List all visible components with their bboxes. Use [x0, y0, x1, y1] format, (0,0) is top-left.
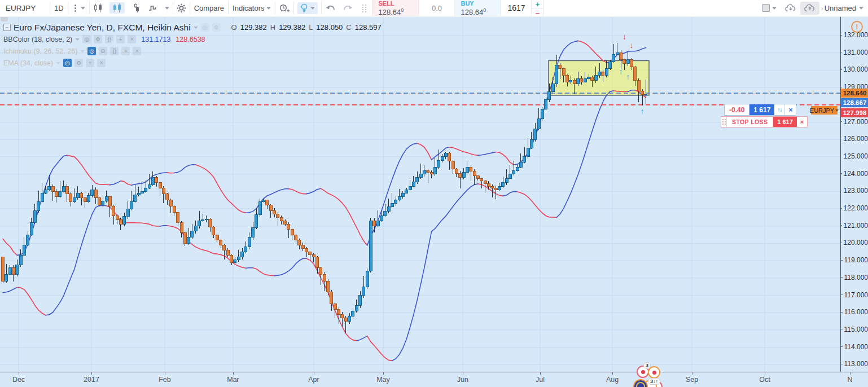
- quantity-increase-button[interactable]: +: [532, 0, 543, 9]
- quantity-stepper: + −: [532, 0, 543, 16]
- undo-button[interactable]: [322, 0, 339, 16]
- symbol-price-tag[interactable]: EURJPY: [811, 106, 838, 115]
- redo-button[interactable]: [339, 0, 357, 16]
- chart-style-line-button[interactable]: [144, 0, 161, 16]
- chevron-down-icon: [772, 7, 777, 10]
- time-axis[interactable]: Dec2017FebMarAprMayJunJulAugSepOctN: [0, 372, 868, 387]
- close-icon[interactable]: ×: [133, 47, 141, 55]
- price-label-chip: 128.667: [841, 98, 868, 107]
- candle: [394, 200, 397, 204]
- compare-button[interactable]: Compare: [190, 0, 228, 16]
- eye-icon[interactable]: ◎: [201, 23, 209, 32]
- candle: [319, 267, 322, 274]
- eye-icon[interactable]: ◎: [87, 47, 96, 55]
- position-widget: -0.40 1 617 ↑↓ ×: [724, 104, 796, 116]
- buy-signal-arrow-icon: ↑: [641, 107, 645, 116]
- gear-icon[interactable]: ⚙: [212, 23, 221, 32]
- chart-region: ↓↓↑↑↑ − Euro Fx/Japanese Yen, D, FXCM, H…: [0, 17, 868, 387]
- plus-icon[interactable]: +: [86, 59, 94, 67]
- indicator-name[interactable]: EMA (34, close): [3, 59, 53, 67]
- candle: [433, 167, 436, 174]
- ohlc-values: O129.382H129.382L128.050C128.597: [231, 23, 382, 32]
- stop-loss-quantity[interactable]: 1 617: [773, 117, 797, 127]
- candle: [62, 186, 65, 191]
- chart-style-more-button[interactable]: [161, 0, 173, 16]
- cancel-stop-loss-button[interactable]: ×: [797, 117, 807, 127]
- quantity-decrease-button[interactable]: −: [532, 9, 543, 17]
- quantity-field[interactable]: 1617: [501, 0, 532, 16]
- price-tick-label: 121.000: [841, 222, 868, 230]
- candle: [134, 195, 137, 201]
- add-alert-button[interactable]: [275, 0, 293, 16]
- chart-style-candles-button-active[interactable]: [106, 0, 128, 16]
- chart-style-bars-button[interactable]: [90, 0, 106, 16]
- candle: [23, 245, 25, 255]
- toolbar-collapse-tab[interactable]: [1, 17, 8, 21]
- candle: [123, 217, 126, 225]
- time-axis-label: N: [847, 376, 852, 384]
- candle: [137, 193, 140, 195]
- chart-title[interactable]: Euro Fx/Japanese Yen, D, FXCM, Heikin As…: [14, 23, 191, 33]
- eye-icon[interactable]: ◎: [82, 35, 91, 43]
- buy-button[interactable]: BUY 128.640: [455, 0, 501, 16]
- chevron-down-icon: [75, 38, 80, 41]
- price-tick-label: 124.000: [841, 170, 868, 178]
- candle: [48, 186, 51, 190]
- buy-signal-arrow-icon: ↑: [619, 67, 623, 76]
- close-position-button[interactable]: ×: [785, 104, 796, 115]
- braces-icon[interactable]: {}: [110, 47, 119, 55]
- drag-handle-icon[interactable]: [721, 117, 727, 127]
- price-axis[interactable]: 132.000131.000130.000129.000128.000127.0…: [840, 17, 868, 372]
- indicator-row: EMA (34, close)◎⚙+×: [3, 57, 382, 69]
- idea-count-badge[interactable]: 3↓↑: [648, 378, 660, 385]
- candle: [27, 235, 29, 245]
- save-layout-button[interactable]: [800, 2, 819, 15]
- interval-button[interactable]: 1D: [50, 0, 68, 16]
- position-pnl: -0.40: [725, 104, 749, 115]
- warning-icon[interactable]: !: [851, 21, 863, 33]
- symbol-search-button[interactable]: EURJPY: [0, 0, 50, 16]
- reverse-position-button[interactable]: ↑↓: [774, 104, 785, 115]
- price-chart[interactable]: ↓↓↑↑↑: [0, 17, 840, 372]
- indicators-button[interactable]: Indicators: [229, 0, 275, 16]
- time-tick: [850, 372, 851, 375]
- idea-markers[interactable]: 33↓↑: [632, 345, 668, 380]
- bb-lower-band: [253, 268, 274, 276]
- price-tick-label: 125.000: [841, 152, 868, 160]
- eye-icon[interactable]: ◎: [63, 59, 72, 67]
- chart-style-hollow-candles-button[interactable]: [128, 0, 144, 16]
- idea-count-badge[interactable]: 3: [643, 362, 651, 369]
- top-toolbar: EURJPY 1D: [0, 0, 868, 16]
- candle: [76, 193, 79, 197]
- close-icon[interactable]: ×: [128, 35, 136, 43]
- price-tick-label: 118.000: [841, 274, 868, 282]
- braces-icon[interactable]: {}: [105, 35, 113, 43]
- gear-icon[interactable]: ⚙: [99, 47, 107, 55]
- sell-button[interactable]: SELL 128.640: [372, 0, 419, 16]
- layout-select-button[interactable]: [758, 0, 781, 16]
- ideas-bulb-button[interactable]: [294, 0, 321, 16]
- candle: [258, 202, 261, 215]
- layout-name[interactable]: Unnamed: [825, 4, 856, 12]
- gear-icon[interactable]: ⚙: [74, 59, 83, 67]
- plus-icon[interactable]: +: [121, 47, 130, 55]
- position-quantity[interactable]: 1 617: [749, 104, 774, 115]
- legend-collapse-button[interactable]: −: [3, 24, 11, 31]
- candle: [419, 174, 422, 178]
- candle: [162, 188, 165, 194]
- indicator-name[interactable]: Ichimoku (9, 26, 52, 26): [3, 47, 77, 55]
- candle: [55, 191, 58, 196]
- gear-icon[interactable]: ⚙: [94, 35, 102, 43]
- chart-properties-button[interactable]: [173, 0, 190, 16]
- indicator-name[interactable]: BBColor (18, close, 2): [3, 36, 72, 43]
- trade-panel-drag-handle[interactable]: [357, 0, 372, 16]
- load-layout-button[interactable]: [781, 0, 800, 16]
- candle: [252, 228, 255, 238]
- candle: [616, 53, 619, 55]
- bb-lower-band: [503, 191, 517, 196]
- plus-icon[interactable]: +: [116, 35, 125, 43]
- candle: [609, 61, 612, 68]
- interval-menu-button[interactable]: [68, 0, 89, 16]
- close-icon[interactable]: ×: [97, 59, 106, 67]
- candle: [119, 220, 122, 225]
